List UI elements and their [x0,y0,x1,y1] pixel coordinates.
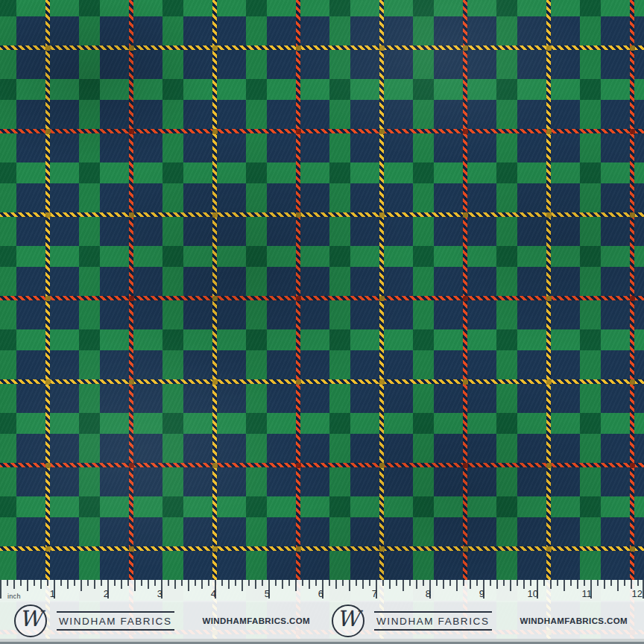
plaid-band-intersection [496,413,517,434]
plaid-band-intersection [246,0,267,16]
plaid-band-intersection [162,496,183,517]
ruler-tick-eighth [221,580,223,586]
ruler-tick-half [402,580,404,591]
ruler-tick-quarter [309,580,310,589]
ruler-number: 7 [359,589,377,599]
plaid-band-intersection [580,329,601,350]
rope-crossing-dot [630,129,635,134]
ruler-tick-eighth [60,580,62,586]
ruler-tick-eighth [396,580,397,586]
ruler-tick-quarter [389,580,391,589]
ruler-tick-eighth [262,580,263,586]
plaid-band-intersection [413,0,434,16]
ruler-tick-quarter [443,580,444,589]
ruler-tick-eighth [409,580,411,586]
ruler-tick-quarter [174,580,176,589]
rope-crossing-dot [379,45,385,51]
plaid-pattern [0,0,644,644]
ruler-tick-eighth [610,580,612,586]
ruler-tick-eighth [101,580,102,586]
rope-crossing-dot [129,379,134,385]
ruler-tick-quarter [550,580,552,589]
rope-crossing-dot [296,212,301,218]
ruler-tick-half [456,580,458,591]
ruler-tick-eighth [168,580,169,586]
rope-crossing-dot [379,296,385,301]
ruler-tick-quarter [604,580,605,589]
rope-crossing-dot [45,379,51,385]
ruler-tick-half [242,580,243,591]
ruler-tick-quarter [67,580,69,589]
ruler-tick-eighth [114,580,116,586]
plaid-band-intersection [246,246,267,267]
ruler-number: 1 [37,589,55,599]
ruler-number: 10 [520,589,538,599]
plaid-band-intersection [162,246,183,267]
ruler-tick-eighth [329,580,330,586]
rope-crossing-dot [296,463,301,468]
ruler-number: 5 [252,589,270,599]
ruler-tick-eighth [315,580,317,586]
plaid-band-intersection [580,79,601,100]
ruler-tick-eighth [356,580,357,586]
ruler-tick-eighth [423,580,424,586]
ruler-tick-quarter [228,580,230,589]
plaid-band-intersection [329,496,350,517]
plaid-band-intersection [496,79,517,100]
ruler-tick-quarter [470,580,471,589]
rope-crossing-dot [546,379,552,385]
rope-crossing-dot [546,212,552,218]
plaid-band-intersection [329,162,350,183]
plaid-band-intersection [246,162,267,183]
ruler-tick-half [349,580,350,591]
ruler-number: 9 [467,589,484,599]
plaid-band-intersection [496,0,517,16]
ruler-tick-quarter [496,580,498,589]
ruler-tick-eighth [503,580,505,586]
plaid-band-intersection [79,496,100,517]
ruler-tick-quarter [523,580,525,589]
ruler-number: 11 [574,589,592,599]
plaid-band-intersection [329,246,350,267]
plaid-band-intersection [496,329,517,350]
plaid-band-intersection [246,413,267,434]
ruler-tick-quarter [577,580,578,589]
fabric-background [0,0,644,644]
windham-logo-circle: W [14,604,47,637]
ruler-tick-eighth [369,580,370,586]
branding-strip: WWINDHAM FABRICSWINDHAMFABRICS.COMWWINDH… [0,602,644,639]
rope-crossing-dot [45,212,51,218]
ruler-tick-eighth [275,580,277,586]
rope-crossing-dot [546,296,552,301]
plaid-band-intersection [329,0,350,16]
ruler-tick-eighth [557,580,558,586]
rope-crossing-dot [45,45,51,51]
ruler-number: 8 [413,589,431,599]
rope-crossing-dot [546,129,552,134]
ruler-tick-half [617,580,619,591]
plaid-band-intersection [0,496,16,517]
plaid-band-intersection [496,162,517,183]
rope-crossing-dot [546,45,552,51]
plaid-band-intersection [162,162,183,183]
ruler-tick-half [510,580,511,591]
ruler-tick-half [188,580,189,591]
plaid-band-intersection [0,413,16,434]
ruler-tick-eighth [637,580,639,586]
plaid-band-intersection [0,79,16,100]
ruler-tick-eighth [208,580,209,586]
ruler-tick-eighth [530,580,531,586]
ruler-tick-eighth [570,580,572,586]
rope-crossing-dot [45,129,51,134]
rope-crossing-dot [296,45,301,51]
ruler-tick-eighth [449,580,451,586]
rope-crossing-dot [379,379,385,385]
ruler-tick-quarter [255,580,256,589]
rope-crossing-dot [212,463,218,468]
rope-crossing-dot [129,45,134,51]
rope-crossing-dot [296,129,301,134]
ruler-tick-eighth [34,580,35,586]
inch-ruler-strip: inch 123456789101112 [0,580,644,602]
plaid-band-intersection [162,0,183,16]
rope-crossing-dot [463,296,468,301]
